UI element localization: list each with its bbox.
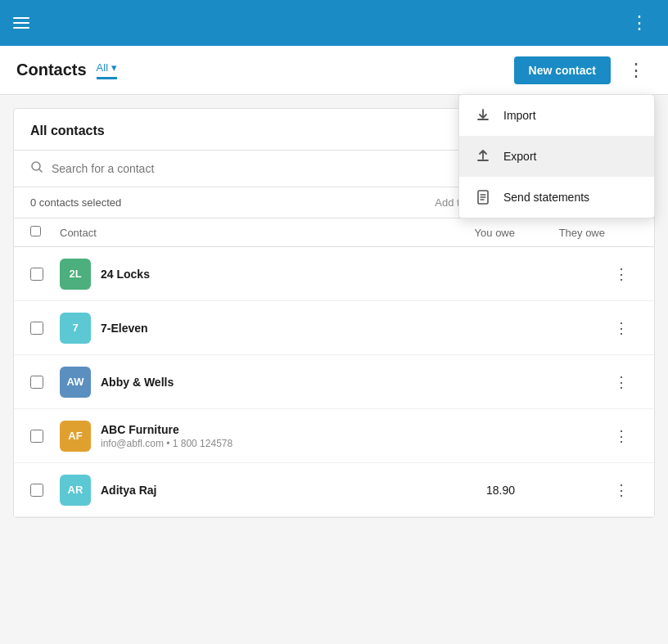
row-kebab-button[interactable]: ⋮ bbox=[611, 370, 632, 394]
statements-icon bbox=[474, 188, 492, 206]
page-title: Contacts bbox=[16, 61, 87, 79]
row-kebab-col: ⋮ bbox=[605, 316, 638, 340]
contact-details: Abby & Wells bbox=[101, 376, 174, 389]
select-all-checkbox[interactable] bbox=[30, 226, 41, 236]
contact-name: Aditya Raj bbox=[101, 484, 156, 497]
selected-count: 0 contacts selected bbox=[30, 196, 418, 209]
row-kebab-button[interactable]: ⋮ bbox=[611, 262, 632, 286]
avatar: AF bbox=[60, 421, 91, 452]
contact-info: AF ABC Furniture info@abfl.com • 1 800 1… bbox=[60, 421, 433, 452]
row-kebab-col: ⋮ bbox=[605, 262, 638, 286]
row-checkbox-wrap bbox=[30, 484, 60, 497]
contact-name: 7-Eleven bbox=[101, 322, 148, 335]
avatar: 7 bbox=[60, 313, 91, 344]
row-checkbox-wrap bbox=[30, 376, 60, 389]
row-checkbox[interactable] bbox=[30, 376, 43, 389]
import-label: Import bbox=[503, 109, 536, 122]
send-statements-label: Send statements bbox=[503, 191, 589, 204]
row-kebab-button[interactable]: ⋮ bbox=[611, 424, 632, 448]
header-checkbox-col bbox=[30, 225, 60, 240]
dropdown-menu: Import Export Send statements bbox=[458, 94, 655, 218]
avatar: AR bbox=[60, 475, 91, 506]
import-icon bbox=[474, 106, 492, 124]
contact-name: ABC Furniture bbox=[101, 423, 232, 436]
avatar: AW bbox=[60, 367, 91, 398]
you-owe-amount: 18.90 bbox=[433, 484, 515, 497]
row-checkbox[interactable] bbox=[30, 322, 43, 335]
menu-item-send-statements[interactable]: Send statements bbox=[459, 177, 654, 218]
table-row: 2L 24 Locks ⋮ bbox=[14, 247, 654, 301]
contact-info: AW Abby & Wells bbox=[60, 367, 433, 398]
header-contact: Contact bbox=[60, 227, 433, 239]
row-kebab-col: ⋮ bbox=[605, 424, 638, 448]
table-row: 7 7-Eleven ⋮ bbox=[14, 301, 654, 355]
contact-info: 2L 24 Locks bbox=[60, 259, 433, 290]
export-label: Export bbox=[503, 150, 536, 163]
row-checkbox[interactable] bbox=[30, 430, 43, 443]
table-row: AW Abby & Wells ⋮ bbox=[14, 355, 654, 409]
row-checkbox-wrap bbox=[30, 430, 60, 443]
contact-info: AR Aditya Raj bbox=[60, 475, 433, 506]
row-checkbox[interactable] bbox=[30, 268, 43, 281]
row-kebab-button[interactable]: ⋮ bbox=[611, 478, 632, 502]
search-icon bbox=[30, 160, 43, 177]
header-you-owe: You owe bbox=[433, 227, 515, 239]
row-kebab-col: ⋮ bbox=[605, 370, 638, 394]
table-row: AR Aditya Raj 18.90 ⋮ bbox=[14, 463, 654, 517]
row-checkbox-wrap bbox=[30, 268, 60, 281]
export-icon bbox=[474, 147, 492, 165]
contact-info: 7 7-Eleven bbox=[60, 313, 433, 344]
section-title: All contacts bbox=[30, 124, 105, 137]
table-row: AF ABC Furniture info@abfl.com • 1 800 1… bbox=[14, 409, 654, 463]
header-kebab-button[interactable]: ⋮ bbox=[621, 56, 652, 84]
row-kebab-col: ⋮ bbox=[605, 478, 638, 502]
contact-name: Abby & Wells bbox=[101, 376, 174, 389]
contact-details: ABC Furniture info@abfl.com • 1 800 1245… bbox=[101, 423, 232, 449]
new-contact-button[interactable]: New contact bbox=[514, 56, 611, 84]
page-header: Contacts All ▾ New contact ⋮ bbox=[0, 46, 668, 95]
avatar: 2L bbox=[60, 259, 91, 290]
table-header: Contact You owe They owe bbox=[14, 218, 654, 247]
contact-details: 7-Eleven bbox=[101, 322, 148, 335]
tab-dropdown-arrow[interactable]: ▾ bbox=[111, 61, 117, 74]
header-they-owe: They owe bbox=[515, 227, 605, 239]
tab-all[interactable]: All ▾ bbox=[97, 61, 117, 79]
contact-details: Aditya Raj bbox=[101, 484, 156, 497]
menu-item-import[interactable]: Import bbox=[459, 95, 654, 136]
row-checkbox-wrap bbox=[30, 322, 60, 335]
contact-name: 24 Locks bbox=[101, 268, 150, 281]
top-navbar: ⋮ bbox=[0, 0, 668, 46]
menu-item-export[interactable]: Export bbox=[459, 136, 654, 177]
tab-all-label: All bbox=[97, 61, 108, 74]
top-kebab-button[interactable]: ⋮ bbox=[624, 9, 655, 37]
contacts-list: 2L 24 Locks ⋮ 7 7-Eleven ⋮ bbox=[14, 247, 654, 517]
contact-sub: info@abfl.com • 1 800 124578 bbox=[101, 438, 232, 449]
row-kebab-button[interactable]: ⋮ bbox=[611, 316, 632, 340]
hamburger-menu-icon[interactable] bbox=[13, 17, 29, 29]
contact-details: 24 Locks bbox=[101, 268, 150, 281]
row-checkbox[interactable] bbox=[30, 484, 43, 497]
